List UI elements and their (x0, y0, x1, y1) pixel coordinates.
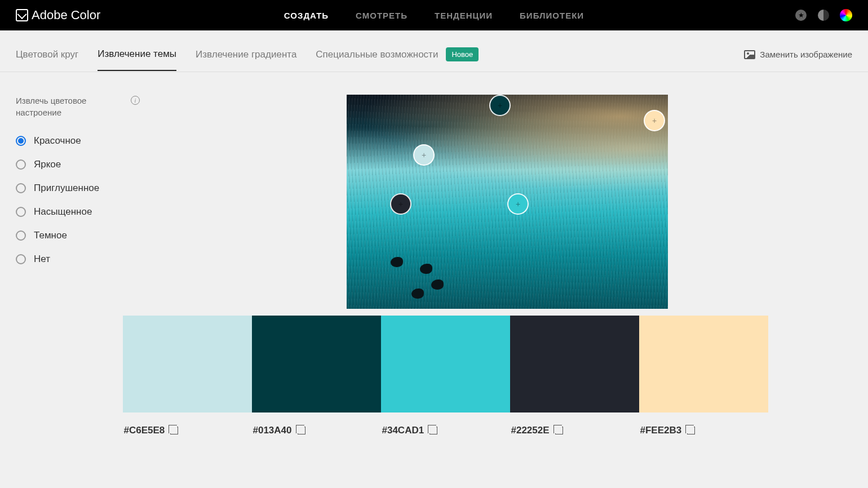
radio-icon (16, 230, 26, 241)
mood-label: Яркое (34, 159, 61, 170)
swatch-2[interactable] (381, 316, 510, 412)
subnav-item-0[interactable]: Цветовой круг (16, 49, 78, 70)
nav-item-3[interactable]: БИБЛИОТЕКИ (520, 11, 584, 20)
mood-option-0[interactable]: Красочное (16, 135, 140, 147)
header-actions: ★ (795, 9, 852, 21)
palette-swatches (123, 316, 768, 412)
copy-icon[interactable] (555, 427, 563, 434)
swatch-0[interactable] (123, 316, 252, 412)
hex-value[interactable]: #FEE2B3 (640, 425, 682, 436)
image-icon (744, 50, 755, 59)
hex-value[interactable]: #22252E (511, 425, 550, 436)
subnav-item-2[interactable]: Извлечение градиента (196, 49, 296, 70)
color-picker-handle-3[interactable]: + (390, 193, 411, 215)
copy-icon[interactable] (429, 427, 437, 434)
hex-value[interactable]: #013A40 (253, 425, 292, 436)
logo-text: Adobe Color (32, 8, 100, 23)
hex-cell-4: #FEE2B3 (639, 425, 768, 436)
sidebar-heading: Извлечь цветовое настроение i (16, 95, 140, 118)
mood-list: КрасочноеЯркоеПриглушенноеНасыщенноеТемн… (16, 135, 140, 265)
top-bar: Adobe Color СОЗДАТЬСМОТРЕТЬТЕНДЕНЦИИБИБЛ… (0, 0, 868, 30)
star-icon[interactable]: ★ (795, 9, 807, 21)
nav-item-2[interactable]: ТЕНДЕНЦИИ (435, 11, 493, 20)
mood-option-5[interactable]: Нет (16, 254, 140, 265)
swatch-3[interactable] (510, 316, 639, 412)
copy-icon[interactable] (687, 427, 695, 434)
color-picker-handle-1[interactable]: + (413, 144, 435, 166)
source-image[interactable]: +++++ (347, 95, 668, 309)
duck-shape (411, 289, 424, 299)
mood-option-2[interactable]: Приглушенное (16, 183, 140, 194)
mood-option-1[interactable]: Яркое (16, 159, 140, 170)
mood-label: Нет (34, 254, 50, 265)
content-area: +++++ #C6E5E8#013A40#34CAD1#22252E#FEE2B… (162, 95, 852, 436)
nav-item-0[interactable]: СОЗДАТЬ (284, 11, 329, 20)
subnav-item-3[interactable]: Специальные возможности (316, 49, 438, 70)
replace-image-button[interactable]: Заменить изображение (744, 50, 852, 69)
hex-cell-1: #013A40 (252, 425, 381, 436)
color-picker-handle-0[interactable]: + (489, 95, 511, 116)
replace-image-label: Заменить изображение (760, 50, 852, 59)
subnav-item-1[interactable]: Извлечение темы (98, 48, 176, 71)
swatch-4[interactable] (639, 316, 768, 412)
color-picker-handle-4[interactable]: + (507, 193, 529, 215)
info-icon[interactable]: i (131, 96, 140, 105)
mood-label: Насыщенное (34, 206, 92, 218)
nav-item-1[interactable]: СМОТРЕТЬ (356, 11, 408, 20)
color-picker-handle-2[interactable]: + (644, 110, 665, 131)
duck-shape (431, 280, 444, 290)
hex-cell-2: #34CAD1 (381, 425, 510, 436)
radio-icon (16, 254, 26, 264)
main-area: Извлечь цветовое настроение i КрасочноеЯ… (0, 72, 868, 436)
adobe-logo-icon (16, 9, 28, 21)
radio-icon (16, 207, 26, 217)
mood-label: Приглушенное (34, 183, 99, 194)
hex-value[interactable]: #C6E5E8 (124, 425, 165, 436)
primary-nav: СОЗДАТЬСМОТРЕТЬТЕНДЕНЦИИБИБЛИОТЕКИ (284, 11, 584, 20)
hex-value[interactable]: #34CAD1 (382, 425, 424, 436)
hex-cell-3: #22252E (510, 425, 639, 436)
duck-shape (391, 257, 403, 267)
mood-option-3[interactable]: Насыщенное (16, 206, 140, 218)
app-logo[interactable]: Adobe Color (16, 8, 100, 23)
contrast-icon[interactable] (817, 9, 830, 21)
duck-shape (420, 264, 432, 274)
swatch-1[interactable] (252, 316, 381, 412)
color-wheel-icon[interactable] (840, 9, 852, 21)
new-badge: Новое (446, 47, 479, 61)
radio-icon (16, 136, 26, 146)
mood-option-4[interactable]: Темное (16, 230, 140, 241)
sub-nav: Цветовой кругИзвлечение темыИзвлечение г… (0, 30, 868, 72)
radio-icon (16, 159, 26, 170)
radio-icon (16, 183, 26, 193)
sidebar-title-text: Извлечь цветовое настроение (16, 95, 123, 118)
palette-hex-row: #C6E5E8#013A40#34CAD1#22252E#FEE2B3 (123, 425, 768, 436)
copy-icon[interactable] (298, 427, 305, 434)
mood-label: Темное (34, 230, 67, 241)
hex-cell-0: #C6E5E8 (123, 425, 252, 436)
mood-label: Красочное (34, 135, 81, 147)
copy-icon[interactable] (170, 427, 178, 434)
